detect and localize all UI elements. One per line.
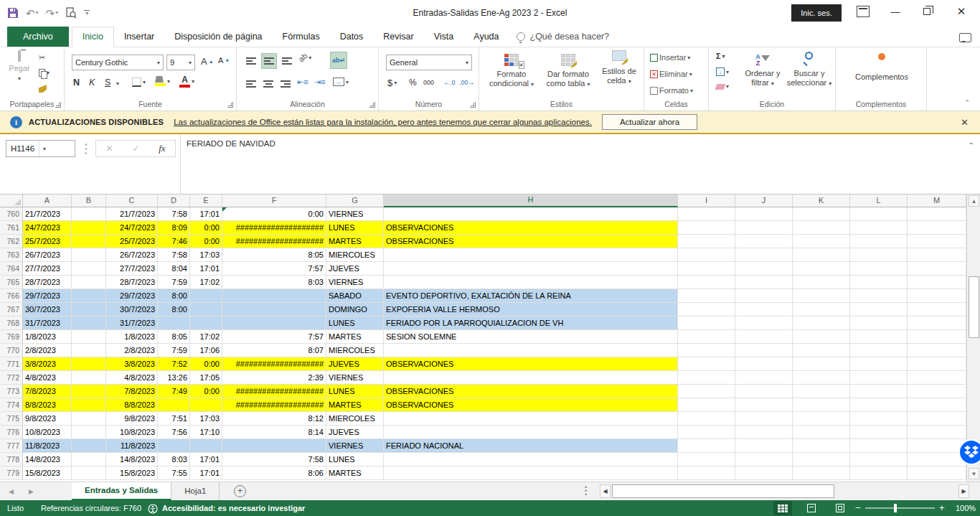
cell-K760[interactable]	[793, 207, 850, 221]
cell-K777[interactable]	[793, 439, 850, 453]
cell-B772[interactable]	[72, 371, 106, 385]
zoom-out-icon[interactable]: −	[855, 500, 861, 516]
cell-H773[interactable]: OBSERVACIONES	[384, 385, 678, 398]
zoom-in-icon[interactable]: +	[939, 500, 945, 516]
cell-G770[interactable]: MIERCOLES	[326, 344, 384, 357]
row-header-760[interactable]: 760	[0, 207, 23, 221]
cell-I768[interactable]	[678, 316, 735, 330]
zoom-level[interactable]: 100%	[956, 500, 976, 516]
cell-L761[interactable]	[850, 221, 908, 235]
cell-H768[interactable]: FERIADO POR LA PARROQUIALIZACION DE VH	[384, 316, 678, 330]
notification-close-icon[interactable]: ✕	[961, 117, 969, 128]
cell-K765[interactable]	[793, 276, 850, 289]
insert-function-icon[interactable]: fx	[159, 143, 165, 154]
underline-button[interactable]: S	[105, 78, 110, 88]
cell-B762[interactable]	[72, 235, 106, 248]
cell-E779[interactable]: 17:01	[190, 466, 222, 480]
cell-C762[interactable]: 25/7/2023	[106, 235, 158, 248]
bold-button[interactable]: N	[73, 78, 80, 88]
cell-I773[interactable]	[678, 385, 735, 398]
column-header-J[interactable]: J	[735, 194, 793, 207]
cell-E766[interactable]	[190, 289, 222, 303]
copy-icon[interactable]: ▾	[39, 69, 50, 77]
merge-center-icon[interactable]: ↔▾	[333, 78, 349, 86]
cell-I770[interactable]	[678, 344, 735, 357]
cell-A765[interactable]: 28/7/2023	[23, 276, 72, 289]
cell-M778[interactable]	[908, 453, 966, 466]
cell-J768[interactable]	[735, 316, 793, 330]
column-header-B[interactable]: B	[72, 194, 106, 207]
clear-icon[interactable]: ▾	[716, 83, 729, 90]
cell-styles-button[interactable]: Estilos decelda ▾	[597, 50, 641, 86]
zoom-slider-track[interactable]	[865, 507, 935, 509]
cell-M775[interactable]	[908, 412, 966, 426]
italic-button[interactable]: K	[89, 78, 95, 88]
row-header-768[interactable]: 768	[0, 316, 23, 330]
cell-F766[interactable]	[222, 289, 326, 303]
accessibility-status[interactable]: Accesibilidad: es necesario investigar	[162, 500, 305, 516]
cell-F774[interactable]: ####################	[222, 398, 326, 412]
cell-D771[interactable]: 7:52	[158, 357, 190, 371]
row-header-772[interactable]: 772	[0, 371, 23, 385]
column-header-H[interactable]: H	[384, 194, 678, 207]
cell-M774[interactable]	[908, 398, 966, 412]
cell-B779[interactable]	[72, 466, 106, 480]
cell-I762[interactable]	[678, 235, 735, 248]
cell-A769[interactable]: 1/8/2023	[23, 330, 72, 344]
cell-H766[interactable]: EVENTO DEPORTIVO, EXALTACIÓN DE LA REINA	[384, 289, 678, 303]
hscroll-left-icon[interactable]: ◀	[600, 484, 611, 498]
cell-I764[interactable]	[678, 262, 735, 276]
cell-H776[interactable]	[384, 426, 678, 439]
cell-A767[interactable]: 30/7/2023	[23, 303, 72, 316]
cell-L760[interactable]	[850, 207, 908, 221]
delete-cells-button[interactable]: ✕ Eliminar▾	[650, 70, 692, 78]
column-header-G[interactable]: G	[326, 194, 384, 207]
cell-D764[interactable]: 8:04	[158, 262, 190, 276]
align-middle-icon[interactable]	[261, 53, 277, 69]
cell-E763[interactable]: 17:03	[190, 248, 222, 262]
cell-J767[interactable]	[735, 303, 793, 316]
column-header-M[interactable]: M	[908, 194, 966, 207]
row-header-779[interactable]: 779	[0, 466, 23, 480]
cell-G771[interactable]: JUEVES	[326, 357, 384, 371]
cell-B760[interactable]	[72, 207, 106, 221]
cell-F769[interactable]: 7:57	[222, 330, 326, 344]
cell-D769[interactable]: 8:05	[158, 330, 190, 344]
orientation-icon[interactable]: ab▾	[298, 53, 311, 62]
cell-F764[interactable]: 7:57	[222, 262, 326, 276]
grow-font-icon[interactable]: A▲	[201, 56, 214, 67]
cell-K774[interactable]	[793, 398, 850, 412]
cell-K772[interactable]	[793, 371, 850, 385]
cell-M772[interactable]	[908, 371, 966, 385]
cell-G776[interactable]: JUEVES	[326, 426, 384, 439]
borders-icon[interactable]: ▾	[132, 78, 146, 87]
row-header-778[interactable]: 778	[0, 453, 23, 466]
cell-B775[interactable]	[72, 412, 106, 426]
cell-I771[interactable]	[678, 357, 735, 371]
cell-D765[interactable]: 7:59	[158, 276, 190, 289]
cell-L777[interactable]	[850, 439, 908, 453]
fill-down-icon[interactable]: ↓▾	[716, 67, 729, 76]
cell-J772[interactable]	[735, 371, 793, 385]
cell-F770[interactable]: 8:07	[222, 344, 326, 357]
cell-E761[interactable]: 0:00	[190, 221, 222, 235]
tab-insertar[interactable]: Insertar	[114, 27, 164, 47]
cell-J773[interactable]	[735, 385, 793, 398]
cell-B761[interactable]	[72, 221, 106, 235]
update-now-button[interactable]: Actualizar ahora	[602, 114, 697, 130]
cell-D766[interactable]: 8:00	[158, 289, 190, 303]
cell-J771[interactable]	[735, 357, 793, 371]
cell-E767[interactable]	[190, 303, 222, 316]
cell-J778[interactable]	[735, 453, 793, 466]
cell-M776[interactable]	[908, 426, 966, 439]
cell-M771[interactable]	[908, 357, 966, 371]
cell-C768[interactable]: 31/7/2023	[106, 316, 158, 330]
cell-A777[interactable]: 11/8/2023	[23, 439, 72, 453]
cell-L766[interactable]	[850, 289, 908, 303]
cell-J769[interactable]	[735, 330, 793, 344]
cell-A775[interactable]: 9/8/2023	[23, 412, 72, 426]
row-header-771[interactable]: 771	[0, 357, 23, 371]
cell-F771[interactable]: ####################	[222, 357, 326, 371]
cell-K761[interactable]	[793, 221, 850, 235]
formula-bar-collapse-icon[interactable]: ⌃	[969, 141, 974, 149]
